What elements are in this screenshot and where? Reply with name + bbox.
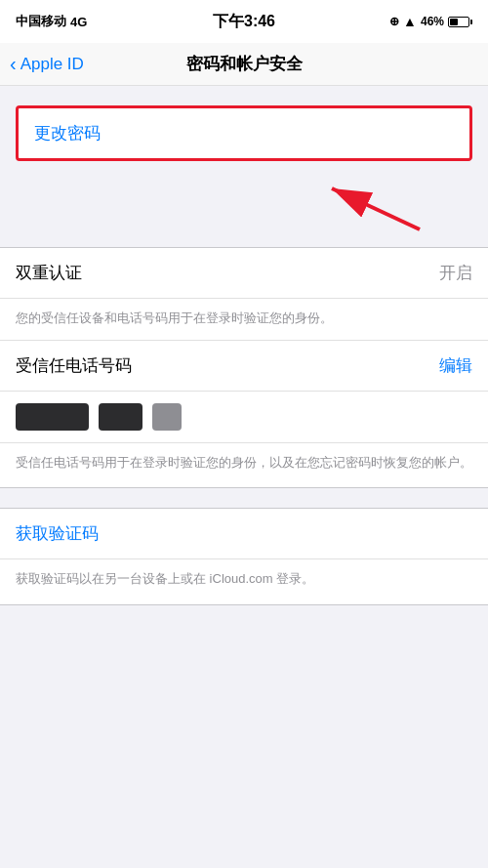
battery-label: 46% (421, 15, 444, 28)
back-chevron-icon: ‹ (10, 54, 17, 73)
wifi-icon: ▲ (403, 14, 417, 29)
two-factor-section: 双重认证 开启 您的受信任设备和电话号码用于在登录时验证您的身份。 受信任电话号… (0, 247, 488, 488)
svg-line-1 (332, 188, 420, 229)
trusted-phone-row: 受信任电话号码 编辑 (0, 341, 488, 392)
two-factor-title: 双重认证 (16, 262, 82, 284)
nav-bar: ‹ Apple ID 密码和帐户安全 (0, 43, 488, 86)
phone-blocks (0, 392, 488, 443)
two-factor-status: 开启 (439, 262, 472, 284)
content-area: 更改密码 双重认证 开启 您的受信任设备和电话号码用于在登录时验证您的身份。 受… (0, 86, 488, 625)
status-time: 下午3:46 (213, 12, 275, 32)
change-password-row[interactable]: 更改密码 (19, 108, 469, 158)
red-arrow-icon (312, 181, 429, 234)
change-password-label: 更改密码 (34, 122, 101, 145)
arrow-annotation (0, 181, 488, 239)
phone-note: 受信任电话号码用于在登录时验证您的身份，以及在您忘记密码时恢复您的帐户。 (0, 443, 488, 488)
two-factor-header: 双重认证 开启 (0, 248, 488, 299)
network-label: 4G (70, 15, 87, 29)
carrier-label: 中国移动 (16, 13, 66, 30)
verification-section: 获取验证码 获取验证码以在另一台设备上或在 iCloud.com 登录。 (0, 508, 488, 605)
phone-block-2 (99, 403, 142, 431)
status-left: 中国移动 4G (16, 13, 87, 30)
back-button[interactable]: ‹ Apple ID (10, 55, 84, 74)
trusted-phone-label: 受信任电话号码 (16, 354, 132, 377)
change-password-section: 更改密码 (16, 105, 472, 161)
phone-block-3 (152, 403, 182, 431)
verification-row[interactable]: 获取验证码 (0, 509, 488, 559)
verification-description: 获取验证码以在另一台设备上或在 iCloud.com 登录。 (0, 559, 488, 604)
status-bar: 中国移动 4G 下午3:46 ⊕ ▲ 46% (0, 0, 488, 43)
page-title: 密码和帐户安全 (186, 53, 303, 75)
verification-label: 获取验证码 (16, 524, 99, 543)
location-icon: ⊕ (389, 15, 399, 28)
back-label: Apple ID (20, 55, 84, 74)
phone-block-1 (16, 403, 89, 431)
battery-icon (448, 17, 472, 27)
trusted-phone-edit-button[interactable]: 编辑 (439, 354, 472, 377)
two-factor-description: 您的受信任设备和电话号码用于在登录时验证您的身份。 (0, 299, 488, 341)
status-right: ⊕ ▲ 46% (389, 14, 472, 29)
